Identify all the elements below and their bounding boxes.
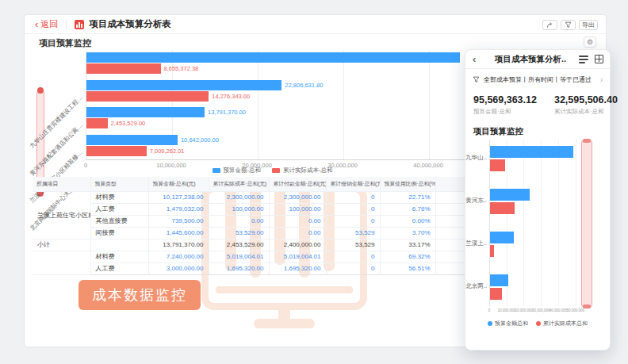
mobile-x-tick-label: 20,000,000 — [515, 308, 533, 312]
mobile-budget-bar[interactable] — [490, 232, 514, 243]
mobile-budget-bar[interactable] — [490, 146, 573, 158]
value-cell: 1,695,320.00 — [209, 262, 269, 274]
bar-value-label: 13,791,370.00 — [208, 107, 246, 117]
bar-value-label: 14,276,343.00 — [212, 91, 250, 102]
page-title: 项目成本预算分析表 — [89, 18, 171, 30]
mobile-gridline — [541, 140, 542, 306]
mobile-legend-label: 预算金额总和 — [495, 320, 528, 328]
value-cell: 33.17% — [380, 239, 435, 251]
zoom-slider-top-handle[interactable] — [37, 87, 44, 94]
mobile-legend-dot — [488, 321, 492, 326]
cost-monitor-badge: 成本数据监控 — [78, 280, 201, 310]
budget-bar[interactable] — [86, 107, 205, 117]
kpi-budget-label: 预算金额·总和 — [473, 108, 537, 116]
legend-item[interactable]: 预算金额-总和 — [213, 167, 262, 174]
gridline — [343, 50, 344, 159]
kpi-budget-value: 95,569,363.12 — [473, 94, 537, 105]
value-cell: 56.51% — [380, 262, 435, 274]
actual-bar[interactable] — [86, 146, 147, 156]
budget-bar[interactable] — [86, 80, 281, 90]
mobile-filter-icon — [473, 76, 480, 83]
mobile-actual-bar[interactable] — [490, 245, 494, 257]
value-cell: 0 — [326, 191, 380, 203]
value-cell: 100,000.00 — [269, 203, 326, 215]
mobile-legend-label: 累计实际成本总和 — [543, 320, 588, 328]
bar-value-label: 7,009,262.01 — [150, 146, 185, 156]
value-cell: 739,500.00 — [148, 215, 209, 227]
budget-bar[interactable] — [86, 52, 460, 63]
legend-item[interactable]: 累计实际成本-总和 — [272, 167, 333, 174]
table-column-header: 预算金额·总和(元) — [148, 177, 209, 191]
project-cell: 小计 — [33, 239, 90, 251]
mobile-actual-bar[interactable] — [490, 159, 505, 171]
mobile-category-label: 九华山.. — [465, 154, 487, 162]
export-button[interactable]: 导出 — [579, 20, 598, 30]
value-cell: 53,529.00 — [209, 227, 269, 239]
budget-bar[interactable] — [86, 135, 178, 145]
mobile-gridline — [558, 140, 559, 306]
value-cell: 2,400,000.00 — [269, 239, 326, 251]
filter-button[interactable] — [561, 20, 576, 30]
mobile-back-button[interactable]: ‹ — [473, 54, 476, 64]
toolbar: 导出 — [542, 20, 598, 30]
legend-swatch — [272, 168, 280, 173]
gridline — [258, 50, 258, 159]
mobile-actual-bar[interactable] — [490, 288, 502, 300]
share-icon — [546, 21, 553, 29]
kpi-actual-label: 累计实际成本·总和 — [554, 108, 618, 116]
mobile-legend-item[interactable]: 预算金额总和 — [488, 320, 528, 328]
mobile-zoom-slider[interactable] — [581, 140, 592, 308]
mobile-gridline — [523, 140, 524, 306]
mobile-x-tick-label: 10,000,000 — [497, 308, 515, 312]
project-cell: 兰溪上苑住宅小区精装修第… — [33, 191, 90, 239]
mobile-zoom-top-handle[interactable] — [583, 139, 591, 143]
kpi-actual-value: 32,595,506.40 — [554, 94, 618, 105]
value-cell: 6.76% — [380, 203, 435, 215]
table-column-header: 预算类型 — [90, 177, 148, 191]
budget-type-cell: 人工费 — [90, 203, 148, 215]
mobile-budget-bar[interactable] — [490, 189, 530, 201]
header-divider — [66, 20, 67, 29]
value-cell: 0.00 — [269, 227, 326, 239]
back-label: 返回 — [40, 18, 58, 30]
legend-swatch — [213, 168, 220, 173]
value-cell: 2,453,529.00 — [209, 239, 269, 251]
budget-type-cell: 人工费 — [90, 262, 148, 274]
actual-bar[interactable] — [86, 91, 209, 102]
mobile-title: 项目成本预算分析.. — [489, 54, 572, 65]
bar-value-label: 2,453,529.00 — [111, 118, 146, 128]
mobile-filter-bar[interactable]: 全部成本预算丨所有时间丨等于已通过 › — [465, 72, 610, 86]
value-cell: 3.70% — [380, 227, 435, 239]
value-cell: 3,000,000.00 — [148, 262, 209, 274]
value-cell: 0 — [326, 251, 380, 262]
table-column-header: 所属项目 — [33, 177, 90, 191]
actual-bar[interactable] — [86, 118, 108, 128]
mobile-budget-bar[interactable] — [490, 274, 508, 286]
value-cell: 69.32% — [380, 251, 435, 262]
value-cell: 7,240,000.00 — [148, 251, 209, 262]
mobile-header: ‹ 项目成本预算分析.. — [465, 50, 610, 69]
mobile-preview-panel: ‹ 项目成本预算分析.. 全部成本预算丨所有时间丨等于已通过 › 95,569,… — [465, 49, 611, 351]
legend-label: 累计实际成本-总和 — [283, 167, 333, 174]
value-cell: 53,529 — [326, 227, 380, 239]
actual-bar[interactable] — [86, 63, 161, 74]
mobile-legend-item[interactable]: 累计实际成本总和 — [536, 320, 588, 328]
mobile-category-label: 黄河东.. — [465, 197, 487, 205]
chart-legend: 预算金额-总和累计实际成本-总和 — [86, 167, 459, 174]
value-cell: 0.00% — [380, 215, 435, 227]
mobile-x-tick-label: 0 — [488, 308, 491, 312]
mobile-actual-bar[interactable] — [490, 202, 515, 214]
mobile-list-view-icon[interactable] — [579, 55, 588, 63]
back-button[interactable]: ‹ 返回 — [35, 18, 58, 30]
value-cell: 0 — [326, 262, 380, 274]
settings-button[interactable]: ⚙ — [584, 36, 596, 48]
bar-value-label: 22,806,631.80 — [285, 80, 323, 90]
table-column-header: 累计报销金额·总和(元) — [326, 177, 380, 191]
value-cell: 0.00 — [209, 215, 269, 227]
mobile-table-view-icon[interactable] — [595, 55, 603, 63]
budget-type-cell: 其他直接费 — [90, 215, 148, 227]
value-cell: 2,300,000.00 — [209, 191, 269, 203]
share-button[interactable] — [542, 20, 557, 30]
mobile-chart-legend: 预算金额总和累计实际成本总和 — [465, 320, 610, 328]
watermark-stand — [278, 309, 290, 320]
